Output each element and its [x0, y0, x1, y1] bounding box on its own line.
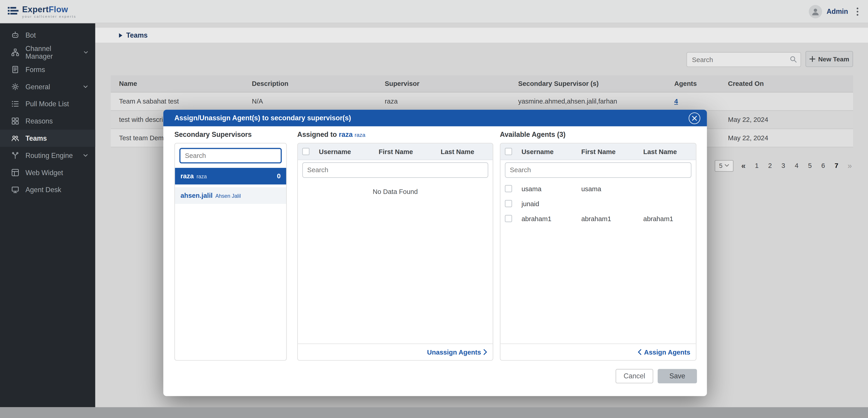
assign-agents-modal: Assign/Unassign Agent(s) to secondary su… — [163, 110, 707, 396]
agent-last-name: abraham1 — [643, 215, 696, 222]
secondary-supervisors-panel: raza raza 0 ahsen.jalil Ahsen Jalil — [174, 143, 287, 361]
unassign-agents-label: Unassign Agents — [427, 348, 481, 356]
agent-row-junaid[interactable]: junaid — [500, 196, 696, 211]
assigned-search-input[interactable] — [302, 162, 488, 178]
column-header-last-name: Last Name — [440, 148, 493, 155]
cancel-button[interactable]: Cancel — [616, 369, 653, 384]
assign-agents-label: Assign Agents — [644, 348, 690, 356]
screen: ExpertFlow your callcenter experts Admin — [0, 0, 868, 418]
chevron-right-icon — [483, 349, 487, 355]
app-window: ExpertFlow your callcenter experts Admin — [0, 0, 868, 407]
close-button[interactable] — [689, 112, 700, 124]
agent-first-name: abraham1 — [581, 215, 643, 222]
select-all-checkbox[interactable] — [302, 148, 309, 155]
supervisor-username: ahsen.jalil — [180, 192, 213, 199]
assigned-to-title: Assigned to raza raza — [297, 131, 365, 139]
agent-username: abraham1 — [521, 215, 581, 222]
assigned-to-prefix: Assigned to — [297, 131, 337, 139]
chevron-left-icon — [638, 349, 642, 355]
column-header-last-name: Last Name — [643, 148, 696, 155]
supervisor-username: raza — [180, 172, 194, 180]
save-button[interactable]: Save — [658, 369, 697, 384]
agent-row-usama[interactable]: usama usama — [500, 181, 696, 196]
unassign-agents-button[interactable]: Unassign Agents — [427, 348, 487, 356]
assigned-supervisor-username: raza — [339, 131, 353, 139]
agent-checkbox[interactable] — [505, 185, 512, 192]
supervisor-item-ahsen-jalil[interactable]: ahsen.jalil Ahsen Jalil — [175, 187, 286, 204]
assign-agents-button[interactable]: Assign Agents — [638, 348, 690, 356]
column-header-username: Username — [521, 148, 581, 155]
column-header-first-name: First Name — [379, 148, 441, 155]
column-header-username: Username — [319, 148, 378, 155]
supervisor-name: Ahsen Jalil — [215, 192, 241, 199]
available-search-input[interactable] — [505, 162, 691, 178]
supervisor-name: raza — [196, 173, 207, 179]
agent-username: usama — [521, 185, 581, 192]
close-icon — [692, 116, 697, 121]
available-agents-panel: Username First Name Last Name usama usam… — [500, 143, 696, 361]
supervisor-search-input[interactable] — [179, 148, 282, 163]
column-header-first-name: First Name — [581, 148, 643, 155]
select-all-checkbox[interactable] — [505, 148, 512, 155]
available-panel-footer: Assign Agents — [500, 344, 696, 360]
assigned-supervisor-name: raza — [354, 132, 365, 138]
supervisor-item-raza[interactable]: raza raza 0 — [175, 168, 286, 184]
assigned-panel-footer: Unassign Agents — [298, 344, 493, 360]
agent-checkbox[interactable] — [505, 200, 512, 207]
secondary-supervisors-title: Secondary Supervisors — [174, 131, 251, 139]
agent-username: junaid — [521, 200, 581, 207]
supervisor-count-badge: 0 — [277, 172, 280, 180]
agent-row-abraham1[interactable]: abraham1 abraham1 abraham1 — [500, 211, 696, 226]
modal-header: Assign/Unassign Agent(s) to secondary su… — [163, 110, 707, 126]
assigned-header-row: Username First Name Last Name — [298, 143, 493, 160]
agent-first-name: usama — [581, 185, 643, 192]
assigned-agents-panel: Username First Name Last Name No Data Fo… — [297, 143, 493, 361]
available-agents-title: Available Agents (3) — [500, 131, 565, 139]
agent-checkbox[interactable] — [505, 215, 512, 222]
available-header-row: Username First Name Last Name — [500, 143, 696, 160]
no-data-text: No Data Found — [298, 188, 493, 196]
modal-title: Assign/Unassign Agent(s) to secondary su… — [174, 114, 351, 122]
